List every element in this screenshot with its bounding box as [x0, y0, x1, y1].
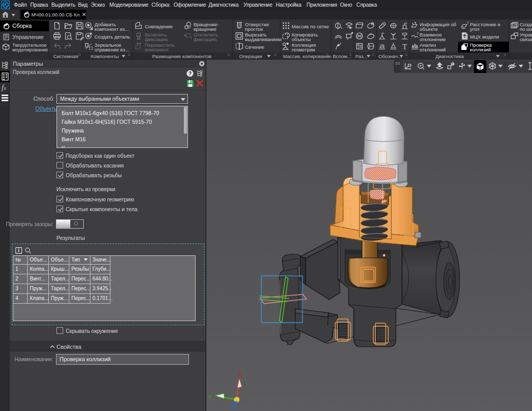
svg-text:Z: Z [231, 403, 236, 411]
svg-text:?: ? [467, 21, 469, 25]
svg-text:i: i [18, 248, 20, 253]
svg-text:T: T [402, 43, 407, 51]
svg-text:?: ? [188, 71, 192, 77]
svg-text:Y: Y [207, 393, 212, 401]
svg-text:?: ? [416, 31, 419, 36]
svg-text:X: X [238, 371, 243, 379]
